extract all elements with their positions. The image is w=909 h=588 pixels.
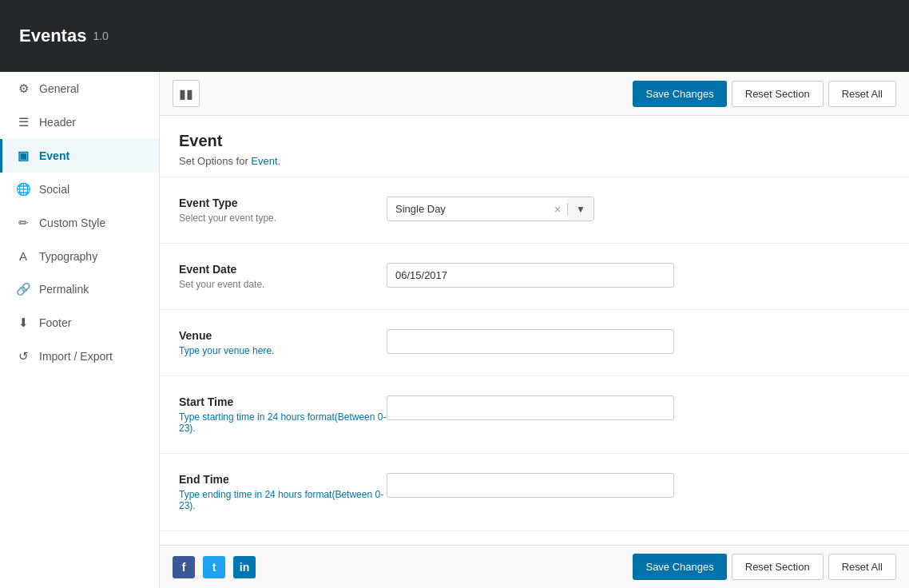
general-icon: ⚙ xyxy=(15,81,31,96)
toolbar-left: ▮▮ xyxy=(173,80,200,107)
form-hint-event-date: Set your event date. xyxy=(179,279,387,290)
form-control-group-start-time xyxy=(387,395,890,420)
select-value-event-type: Single Day xyxy=(387,197,548,220)
toolbar-right: Save Changes Reset Section Reset All xyxy=(633,81,896,107)
select-clear-event-type[interactable]: × xyxy=(548,203,568,216)
sidebar-item-label-event: Event xyxy=(39,149,69,162)
reset-section-button[interactable]: Reset Section xyxy=(732,81,824,107)
section-desc-suffix: . xyxy=(278,155,281,167)
facebook-label: f xyxy=(182,561,186,574)
sidebar-item-label-general: General xyxy=(39,82,79,95)
layout-icon-button[interactable]: ▮▮ xyxy=(173,80,200,107)
form-label-group-start-time: Start TimeType starting time in 24 hours… xyxy=(179,395,387,434)
input-start-time[interactable] xyxy=(387,395,674,420)
sidebar-item-label-permalink: Permalink xyxy=(39,283,89,296)
sidebar-item-label-custom-style: Custom Style xyxy=(39,217,105,229)
sidebar-item-import-export[interactable]: ↺Import / Export xyxy=(0,340,159,373)
permalink-icon: 🔗 xyxy=(15,282,31,296)
section-desc-link[interactable]: Event xyxy=(251,155,277,167)
form-label-group-event-date: Event DateSet your event date. xyxy=(179,263,387,290)
linkedin-icon[interactable]: in xyxy=(233,556,256,578)
form-label-end-time: End Time xyxy=(179,473,387,486)
form-label-start-time: Start Time xyxy=(179,395,387,408)
input-venue[interactable] xyxy=(387,329,674,354)
sidebar-item-label-footer: Footer xyxy=(39,316,71,329)
app-layout: ⚙General☰Header▣Event🌐Social✏Custom Styl… xyxy=(0,72,909,588)
reset-all-button[interactable]: Reset All xyxy=(828,81,896,107)
section-header: Event Set Options for Event. xyxy=(160,116,909,177)
sidebar-item-label-header: Header xyxy=(39,116,76,129)
toolbar: ▮▮ Save Changes Reset Section Reset All xyxy=(160,72,909,116)
select-arrow-event-type[interactable]: ▼ xyxy=(568,197,593,220)
import-export-icon: ↺ xyxy=(15,349,31,364)
form-label-venue: Venue xyxy=(179,329,387,342)
bottom-bar: f t in Save Changes Reset Section Reset … xyxy=(160,545,909,588)
sidebar-item-permalink[interactable]: 🔗Permalink xyxy=(0,272,159,306)
bottom-reset-all-button[interactable]: Reset All xyxy=(828,554,896,580)
form-hint-end-time: Type ending time in 24 hours format(Betw… xyxy=(179,489,387,511)
facebook-icon[interactable]: f xyxy=(173,556,195,578)
section-desc-prefix: Set Options for xyxy=(179,155,251,167)
sidebar-item-header[interactable]: ☰Header xyxy=(0,105,159,139)
sidebar-item-social[interactable]: 🌐Social xyxy=(0,173,159,206)
sidebar-item-footer[interactable]: ⬇Footer xyxy=(0,306,159,340)
social-icon: 🌐 xyxy=(15,182,31,197)
twitter-icon[interactable]: t xyxy=(203,556,225,578)
input-event-date[interactable] xyxy=(387,263,674,288)
form-row-venue: VenueType your venue here. xyxy=(160,310,909,376)
social-icons: f t in xyxy=(173,556,256,578)
main-content: ▮▮ Save Changes Reset Section Reset All … xyxy=(160,72,909,588)
sidebar-item-event[interactable]: ▣Event xyxy=(0,139,159,173)
sidebar-item-label-typography: Typography xyxy=(39,250,97,263)
select-wrapper-event-type[interactable]: Single Day×▼ xyxy=(387,197,594,221)
bottom-reset-section-button[interactable]: Reset Section xyxy=(732,554,824,580)
layout-icon: ▮▮ xyxy=(179,86,193,101)
content-area: Event Set Options for Event. Event TypeS… xyxy=(160,116,909,545)
form-hint-venue: Type your venue here. xyxy=(179,345,387,356)
form-label-group-event-type: Event TypeSelect your event type. xyxy=(179,197,387,224)
typography-icon: A xyxy=(15,249,31,263)
form-control-group-event-date xyxy=(387,263,890,288)
form-rows: Event TypeSelect your event type.Single … xyxy=(160,177,909,531)
form-label-event-date: Event Date xyxy=(179,263,387,276)
form-label-group-venue: VenueType your venue here. xyxy=(179,329,387,356)
form-label-group-end-time: End TimeType ending time in 24 hours for… xyxy=(179,473,387,511)
sidebar-item-custom-style[interactable]: ✏Custom Style xyxy=(0,206,159,240)
sidebar-item-general[interactable]: ⚙General xyxy=(0,72,159,105)
top-bar: Eventas 1.0 xyxy=(0,0,909,72)
sidebar-item-label-social: Social xyxy=(39,183,69,196)
footer-icon: ⬇ xyxy=(15,316,31,330)
header-icon: ☰ xyxy=(15,115,31,129)
form-row-event-date: Event DateSet your event date. xyxy=(160,244,909,310)
custom-style-icon: ✏ xyxy=(15,216,31,230)
form-control-group-end-time xyxy=(387,473,890,498)
app-version: 1.0 xyxy=(93,30,108,42)
bottom-toolbar-right: Save Changes Reset Section Reset All xyxy=(633,554,896,580)
save-changes-button[interactable]: Save Changes xyxy=(633,81,726,107)
event-icon: ▣ xyxy=(15,149,31,163)
form-control-group-event-type: Single Day×▼ xyxy=(387,197,890,221)
form-row-start-time: Start TimeType starting time in 24 hours… xyxy=(160,376,909,454)
linkedin-label: in xyxy=(240,561,249,574)
sidebar-item-typography[interactable]: ATypography xyxy=(0,240,159,272)
bottom-save-changes-button[interactable]: Save Changes xyxy=(633,554,726,580)
form-hint-event-type: Select your event type. xyxy=(179,213,387,224)
sidebar: ⚙General☰Header▣Event🌐Social✏Custom Styl… xyxy=(0,72,160,588)
form-row-end-time: End TimeType ending time in 24 hours for… xyxy=(160,454,909,531)
input-end-time[interactable] xyxy=(387,473,674,498)
twitter-label: t xyxy=(212,561,216,574)
section-description: Set Options for Event. xyxy=(179,155,890,167)
form-hint-start-time: Type starting time in 24 hours format(Be… xyxy=(179,411,387,434)
form-row-event-type: Event TypeSelect your event type.Single … xyxy=(160,177,909,244)
sidebar-item-label-import-export: Import / Export xyxy=(39,350,113,363)
app-title: Eventas xyxy=(19,26,86,46)
section-title: Event xyxy=(179,132,890,150)
form-control-group-venue xyxy=(387,329,890,354)
form-label-event-type: Event Type xyxy=(179,197,387,209)
